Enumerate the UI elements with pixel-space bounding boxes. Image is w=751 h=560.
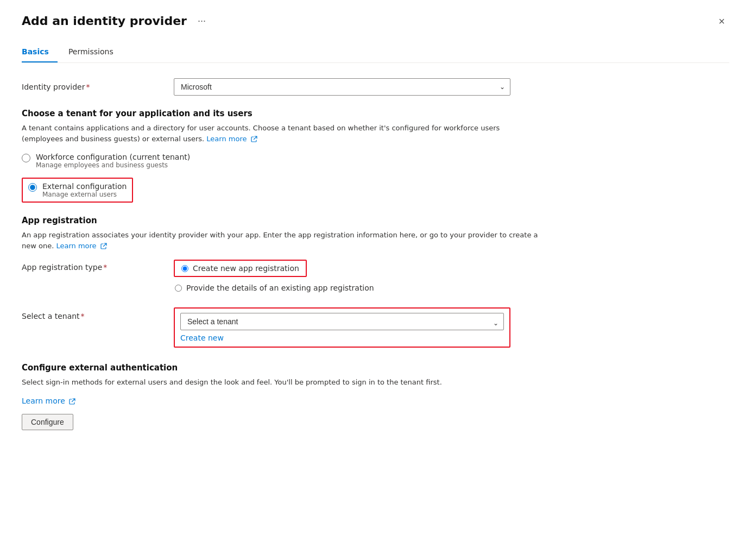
create-new-option-highlighted-box: Create new app registration bbox=[174, 260, 307, 277]
configure-auth-learn-more-link[interactable]: Learn more bbox=[22, 397, 75, 405]
app-registration-title: App registration bbox=[22, 216, 729, 225]
workforce-option[interactable]: Workforce configuration (current tenant)… bbox=[22, 153, 729, 169]
panel: Add an identity provider ··· × Basics Pe… bbox=[0, 0, 751, 560]
configure-auth-title: Configure external authentication bbox=[22, 363, 729, 373]
identity-provider-label: Identity provider* bbox=[22, 83, 174, 91]
panel-title: Add an identity provider bbox=[22, 14, 187, 28]
existing-radio[interactable] bbox=[175, 285, 182, 292]
app-reg-type-label: App registration type* bbox=[22, 260, 174, 272]
external-option[interactable]: External configuration Manage external u… bbox=[28, 182, 127, 198]
configure-button[interactable]: Configure bbox=[22, 414, 73, 430]
more-options-button[interactable]: ··· bbox=[193, 13, 210, 29]
existing-option: Provide the details of an existing app r… bbox=[174, 281, 374, 294]
workforce-main-label: Workforce configuration (current tenant) bbox=[36, 153, 190, 161]
external-main-label: External configuration bbox=[42, 182, 127, 191]
app-reg-options: Create new app registration Provide the … bbox=[174, 260, 374, 294]
workforce-radio[interactable] bbox=[22, 154, 30, 162]
select-tenant-row: Select a tenant* Select a tenant ⌄ Creat… bbox=[22, 307, 729, 348]
configure-auth-external-link-icon bbox=[69, 398, 75, 405]
select-tenant-required-star: * bbox=[81, 312, 85, 320]
external-link-icon bbox=[251, 136, 257, 142]
existing-label[interactable]: Provide the details of an existing app r… bbox=[186, 284, 374, 292]
workforce-label-group: Workforce configuration (current tenant)… bbox=[36, 153, 190, 169]
create-new-tenant-link[interactable]: Create new bbox=[180, 334, 224, 342]
create-new-radio[interactable] bbox=[181, 265, 188, 272]
app-reg-external-link-icon bbox=[100, 243, 107, 249]
external-radio[interactable] bbox=[28, 183, 37, 192]
tenant-section-title: Choose a tenant for your application and… bbox=[22, 109, 729, 118]
app-reg-type-row: App registration type* Create new app re… bbox=[22, 260, 729, 294]
create-new-label[interactable]: Create new app registration bbox=[193, 264, 299, 273]
close-button[interactable]: × bbox=[714, 14, 729, 29]
panel-header: Add an identity provider ··· × bbox=[22, 13, 729, 29]
app-registration-section: App registration An app registration ass… bbox=[22, 216, 729, 294]
workforce-sub-label: Manage employees and business guests bbox=[36, 161, 190, 169]
app-reg-learn-more-link[interactable]: Learn more bbox=[56, 242, 106, 250]
panel-title-row: Add an identity provider ··· bbox=[22, 13, 210, 29]
tenant-select[interactable]: Select a tenant bbox=[180, 313, 504, 330]
tenant-section-description: A tenant contains applications and a dir… bbox=[22, 123, 543, 144]
identity-provider-select[interactable]: Microsoft bbox=[174, 78, 510, 96]
required-star: * bbox=[86, 83, 90, 91]
tab-permissions[interactable]: Permissions bbox=[68, 42, 122, 62]
tenant-section: Choose a tenant for your application and… bbox=[22, 109, 729, 203]
configure-auth-section: Configure external authentication Select… bbox=[22, 363, 729, 430]
tab-basics[interactable]: Basics bbox=[22, 42, 58, 62]
identity-provider-select-wrapper: Microsoft ⌄ bbox=[174, 78, 510, 96]
tabs-bar: Basics Permissions bbox=[22, 42, 729, 63]
external-option-highlighted-box: External configuration Manage external u… bbox=[22, 178, 133, 203]
app-reg-required-star: * bbox=[103, 263, 107, 272]
tenant-select-wrapper: Select a tenant ⌄ bbox=[180, 313, 504, 334]
tenant-learn-more-link[interactable]: Learn more bbox=[206, 135, 257, 143]
external-label-group: External configuration Manage external u… bbox=[42, 182, 127, 198]
external-sub-label: Manage external users bbox=[42, 191, 127, 198]
app-registration-description: An app registration associates your iden… bbox=[22, 230, 543, 251]
identity-provider-row: Identity provider* Microsoft ⌄ bbox=[22, 78, 729, 96]
configure-auth-description: Select sign-in methods for external user… bbox=[22, 377, 543, 388]
select-tenant-label: Select a tenant* bbox=[22, 307, 174, 320]
configure-auth-learn-more-row: Learn more bbox=[22, 397, 729, 405]
select-tenant-group-box: Select a tenant ⌄ Create new bbox=[174, 307, 510, 348]
